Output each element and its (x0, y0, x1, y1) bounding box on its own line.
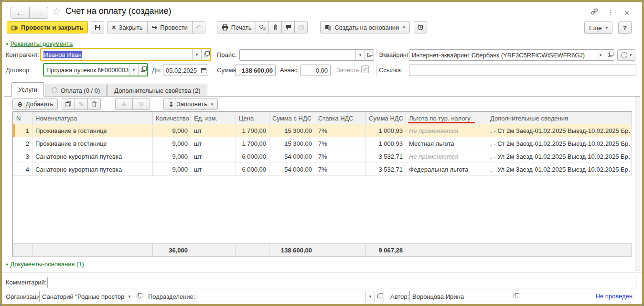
back-icon: ← (17, 9, 24, 17)
table-row[interactable]: 3 Санаторно-курортная путевка 9,000 шт 6… (13, 150, 632, 163)
department-field[interactable]: ▾ (196, 291, 384, 302)
author-open-button[interactable] (511, 291, 520, 302)
department-open-button[interactable] (375, 291, 384, 302)
open-form-icon (367, 53, 371, 57)
totals-quantity: 36,000 (153, 244, 191, 257)
open-form-icon (204, 53, 208, 56)
forward-button[interactable]: → (29, 7, 48, 19)
table-row[interactable]: 1 Проживание в гостинице 9,000 шт 1 700,… (13, 124, 632, 137)
col-header-price[interactable]: Цена (236, 112, 269, 124)
col-header-unit[interactable]: Ед. изм. (191, 112, 236, 124)
pencil-icon: ✎ (78, 101, 84, 108)
col-header-sum-with-vat[interactable]: Сумма с НДС (269, 112, 315, 124)
vertical-scrollbar[interactable] (635, 97, 640, 271)
create-based-on-button[interactable]: Создать на основании ▾ (320, 21, 409, 33)
col-header-vat-sum[interactable]: Сумма НДС (366, 112, 406, 124)
price-list-dropdown-button[interactable]: ▾ (355, 50, 365, 60)
advance-field[interactable]: 0,00 (300, 65, 331, 76)
copy-row-button[interactable] (62, 98, 75, 110)
attachments-button[interactable] (268, 21, 282, 33)
sort-asc-label: А (122, 100, 126, 108)
contract-open-button[interactable] (138, 64, 147, 76)
table-row[interactable]: 4 Санаторно-курортная путевка 9,000 шт 6… (13, 163, 632, 176)
acquiring-open-button[interactable] (605, 50, 614, 60)
col-header-additional-info[interactable]: Дополнительные сведения (487, 112, 632, 124)
comment-field[interactable] (47, 277, 636, 288)
organization-open-button[interactable] (134, 291, 143, 302)
contract-dropdown-button[interactable]: ▾ (129, 64, 138, 76)
print-button[interactable]: Печать (217, 21, 257, 33)
counterparty-dropdown-button[interactable]: ▾ (192, 49, 201, 60)
contract-field[interactable]: Продажа путевок №000000373 ▾ (43, 63, 148, 76)
settings-gears-button[interactable] (256, 21, 269, 33)
status-not-posted[interactable]: Не проведен (596, 293, 633, 300)
link-field[interactable] (409, 65, 636, 76)
acquiring-dropdown-button[interactable]: ▾ (596, 50, 605, 60)
base-documents-link[interactable]: ●Документы-основания (1) (6, 261, 84, 268)
col-header-tourist-tax-benefit[interactable]: Льгота по тур. налогу (406, 112, 487, 124)
sort-asc-button[interactable]: А (115, 98, 133, 110)
tab-services[interactable]: Услуги (11, 82, 44, 97)
price-list-field[interactable]: ▾ (239, 49, 374, 61)
favorite-star-icon[interactable]: ☆ (52, 6, 61, 17)
contract-label: Договор: (6, 66, 31, 74)
close-button[interactable]: × Закрыть (107, 21, 147, 33)
department-dropdown-button[interactable]: ▾ (365, 291, 375, 302)
base-documents-link-label: Документы-основания (1) (10, 261, 84, 268)
acquiring-field[interactable]: Интернет-эквайринг Сбербанк (YRF3C5RFICW… (409, 49, 614, 61)
col-header-nomenclature[interactable]: Номенклатура (32, 112, 153, 124)
edit-row-button[interactable]: ✎ (75, 98, 88, 110)
table-row[interactable]: 2 Проживание в гостинице 9,000 шт 1 700,… (13, 137, 632, 150)
dropdown-caret-icon: ▾ (403, 25, 405, 30)
tab-payment-label: Оплата (0 / 0) (61, 87, 100, 94)
chevron-down-icon: ▾ (359, 53, 362, 57)
close-window-button[interactable]: × (622, 8, 632, 18)
reminder-button[interactable] (414, 21, 427, 33)
col-header-n[interactable]: N (13, 112, 32, 124)
help-label: ? (623, 24, 627, 32)
more-caret-icon: ▾ (605, 25, 608, 30)
back-button[interactable]: ← (11, 7, 30, 19)
undo-button[interactable]: ↶ (192, 21, 205, 33)
tab-payment[interactable]: Оплата (0 / 0) (45, 84, 107, 97)
link-icon (590, 8, 599, 15)
counterparty-open-button[interactable] (201, 49, 210, 60)
acquiring-qr-button[interactable]: ▾ (617, 49, 635, 61)
get-link-button[interactable] (589, 8, 600, 15)
tabs-baseline (4, 96, 640, 97)
sort-desc-button[interactable]: Я (132, 98, 150, 110)
more-button[interactable]: Еще ▾ (584, 22, 612, 34)
fill-button[interactable]: ↧ Заполнить ▾ (163, 98, 218, 110)
organization-dropdown-button[interactable]: ▾ (125, 291, 134, 302)
offset-checkbox[interactable]: ✓ (361, 66, 369, 73)
total-field[interactable]: 138 600,00 (236, 65, 276, 76)
post-button[interactable]: ↪ Провести (147, 21, 193, 33)
kebab-icon: ⋮ (607, 8, 614, 17)
window-menu-button[interactable]: ⋮ (606, 8, 615, 17)
delete-row-button[interactable] (87, 98, 101, 110)
due-date-field[interactable]: 05.02.2025 (163, 65, 208, 76)
tab-additional-properties[interactable]: Дополнительные свойства (2) (107, 84, 207, 97)
discussions-button[interactable] (281, 21, 295, 33)
author-field[interactable]: Воронцова Ирина (409, 291, 520, 302)
author-value: Воронцова Ирина (410, 291, 511, 302)
link-value (409, 65, 636, 76)
due-date-value: 05.02.2025 (163, 65, 199, 76)
col-header-vat-rate[interactable]: Ставка НДС (315, 112, 366, 124)
price-list-open-button[interactable] (365, 50, 374, 60)
table-header-row: N Номенклатура Количество Ед. изм. Цена … (13, 112, 632, 124)
history-button[interactable] (294, 21, 308, 33)
post-and-close-button[interactable]: Провести и закрыть (7, 21, 88, 33)
add-row-button[interactable]: ⊕ Добавить (12, 98, 58, 110)
help-button[interactable]: ? (618, 22, 632, 34)
open-form-icon (608, 53, 612, 57)
open-form-icon (377, 295, 381, 298)
save-button[interactable] (91, 21, 104, 33)
organization-field[interactable]: Санаторий "Родные просторы" ▾ (39, 291, 143, 302)
post-and-close-label: Провести и закрыть (21, 24, 83, 31)
counterparty-field[interactable]: Иванов Иван ▾ (40, 48, 211, 61)
requisites-group-link[interactable]: ●Реквизиты документа (6, 40, 73, 47)
calendar-button[interactable] (199, 65, 208, 76)
col-header-quantity[interactable]: Количество (153, 112, 191, 124)
add-row-label: Добавить (26, 100, 53, 108)
